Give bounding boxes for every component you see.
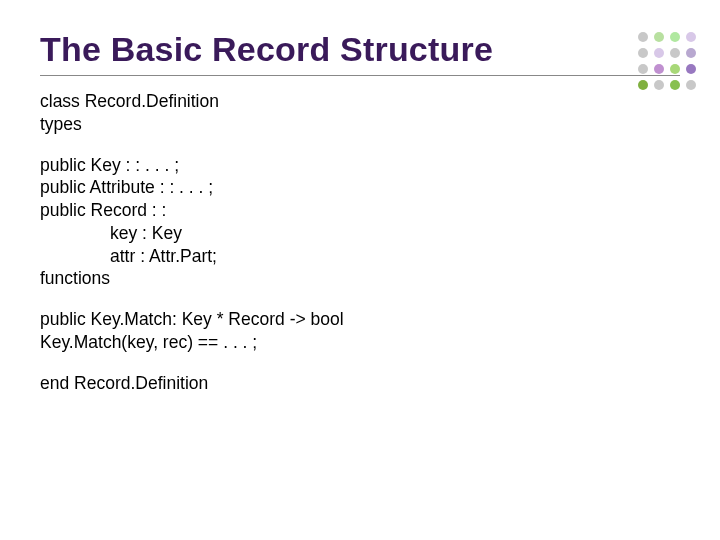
dot-icon	[686, 64, 696, 74]
dot-icon	[654, 48, 664, 58]
slide: The Basic Record Structure class Record.…	[0, 0, 720, 540]
code-block-1: class Record.Definition types	[40, 90, 680, 136]
dot-icon	[686, 32, 696, 42]
code-line: Key.Match(key, rec) == . . . ;	[40, 331, 680, 354]
dot-icon	[654, 64, 664, 74]
dot-icon	[654, 80, 664, 90]
code-line: public Record : :	[40, 199, 680, 222]
dot-icon	[638, 48, 648, 58]
code-line: key : Key	[40, 222, 680, 245]
divider	[40, 75, 680, 76]
code-line: functions	[40, 267, 680, 290]
code-block-2: public Key : : . . . ; public Attribute …	[40, 154, 680, 291]
code-line: types	[40, 113, 680, 136]
dot-icon	[654, 32, 664, 42]
dot-icon	[670, 32, 680, 42]
code-line: attr : Attr.Part;	[40, 245, 680, 268]
dot-icon	[638, 80, 648, 90]
code-line: public Key.Match: Key * Record -> bool	[40, 308, 680, 331]
dot-icon	[670, 48, 680, 58]
dot-icon	[686, 80, 696, 90]
code-line: public Key : : . . . ;	[40, 154, 680, 177]
code-line: end Record.Definition	[40, 372, 680, 395]
code-line: public Attribute : : . . . ;	[40, 176, 680, 199]
code-line: class Record.Definition	[40, 90, 680, 113]
dot-icon	[670, 80, 680, 90]
dot-icon	[686, 48, 696, 58]
code-block-3: public Key.Match: Key * Record -> bool K…	[40, 308, 680, 354]
dot-icon	[638, 32, 648, 42]
dot-icon	[670, 64, 680, 74]
slide-title: The Basic Record Structure	[40, 30, 680, 69]
slide-body: class Record.Definition types public Key…	[40, 90, 680, 394]
decorative-dot-grid	[638, 32, 698, 92]
code-block-4: end Record.Definition	[40, 372, 680, 395]
dot-icon	[638, 64, 648, 74]
